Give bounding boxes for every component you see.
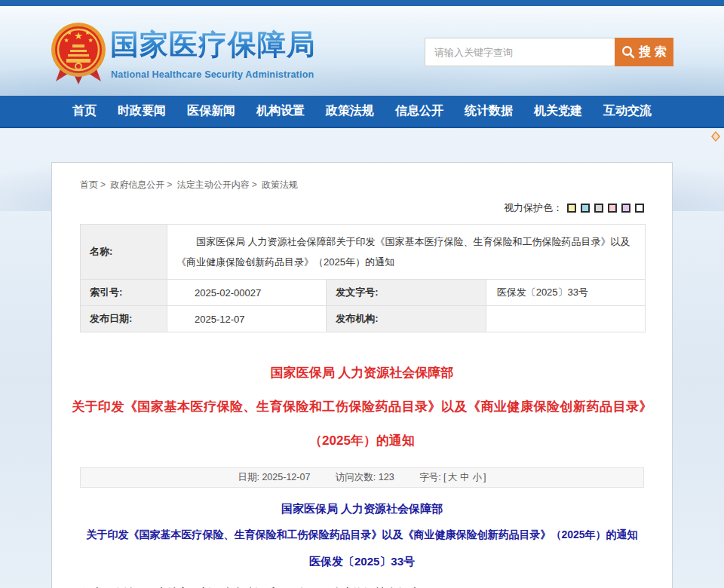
doc-index-label: 索引号: — [81, 280, 167, 306]
document-info-table: 名称: 国家医保局 人力资源社会保障部关于印发《国家基本医疗保险、生育保险和工伤… — [80, 224, 646, 332]
eye-color-swatch-white[interactable] — [635, 204, 644, 213]
search-button[interactable]: 搜 索 — [615, 38, 673, 66]
doc-number-value: 医保发〔2025〕33号 — [486, 280, 645, 306]
eye-color-swatch-pink[interactable] — [608, 204, 617, 213]
eye-protection-label: 视力保护色： — [504, 202, 563, 213]
national-emblem-logo[interactable]: ★ ★ ★ ★ ★ — [48, 21, 109, 86]
article-subtitle: 国家医保局 人力资源社会保障部 关于印发《国家基本医疗保险、生育保险和工伤保险药… — [52, 495, 672, 574]
nav-item-organization[interactable]: 机构设置 — [256, 103, 305, 119]
nav-item-interaction[interactable]: 互动交流 — [603, 103, 652, 119]
search-button-label: 搜 索 — [639, 44, 666, 60]
svg-text:★: ★ — [66, 29, 72, 36]
breadcrumb-separator: > — [167, 179, 172, 190]
search-icon — [621, 45, 635, 59]
font-size-large-button[interactable]: 大 — [448, 472, 458, 482]
breadcrumb-separator: > — [100, 179, 106, 190]
svg-text:★: ★ — [84, 29, 90, 36]
meta-date: 日期: 2025-12-07 — [238, 472, 310, 482]
kite-icon — [710, 131, 721, 142]
eye-color-swatch-gray[interactable] — [594, 204, 603, 213]
breadcrumb-policies[interactable]: 政策法规 — [262, 179, 298, 190]
article-subtitle-line2: 关于印发《国家基本医疗保险、生育保险和工伤保险药品目录》以及《商业健康保险创新药… — [52, 522, 672, 548]
doc-number-label: 发文字号: — [327, 280, 486, 306]
doc-index-value: 2025-02-00027 — [167, 280, 327, 306]
article-title-line3: （2025年）的通知 — [52, 424, 672, 458]
page: ★ ★ ★ ★ ★ 国家医疗保障局 National Healthcare Se… — [0, 0, 724, 588]
article-title: 国家医保局 人力资源社会保障部 关于印发《国家基本医疗保险、生育保险和工伤保险药… — [52, 356, 672, 458]
breadcrumb-separator: > — [252, 179, 257, 190]
search-bar: 搜 索 — [425, 38, 673, 66]
doc-puborg-value — [486, 306, 645, 332]
svg-text:★: ★ — [63, 37, 69, 44]
top-accent-bar — [0, 0, 724, 6]
eye-protection-row: 视力保护色： — [80, 201, 644, 214]
site-subtitle: National Healthcare Security Administrat… — [111, 69, 314, 80]
article-doc-number: 医保发〔2025〕33号 — [52, 548, 672, 574]
breadcrumb: 首页> 政府信息公开> 法定主动公开内容> 政策法规 — [80, 179, 644, 191]
article-subtitle-line1: 国家医保局 人力资源社会保障部 — [52, 495, 672, 522]
national-emblem-icon: ★ ★ ★ ★ ★ — [48, 21, 109, 86]
font-size-small-button[interactable]: 小 — [473, 472, 483, 482]
doc-name-value: 国家医保局 人力资源社会保障部关于印发《国家基本医疗保险、生育保险和工伤保险药品… — [167, 225, 646, 280]
nav-item-info-disclosure[interactable]: 信息公开 — [395, 103, 443, 119]
doc-name-label: 名称: — [81, 225, 167, 280]
doc-pubdate-value: 2025-12-07 — [167, 306, 327, 332]
content-panel: 首页> 政府信息公开> 法定主动公开内容> 政策法规 视力保护色： 名称: 国家… — [51, 162, 673, 588]
breadcrumb-gov-info[interactable]: 政府信息公开 — [110, 179, 164, 190]
eye-color-swatch-purple[interactable] — [621, 204, 630, 213]
svg-text:★: ★ — [74, 30, 83, 41]
meta-font-size: 字号: [大中小] — [419, 472, 486, 482]
table-row-index: 索引号: 2025-02-00027 发文字号: 医保发〔2025〕33号 — [81, 280, 646, 306]
table-row-name: 名称: 国家医保局 人力资源社会保障部关于印发《国家基本医疗保险、生育保险和工伤… — [81, 225, 646, 280]
doc-puborg-label: 发布机构: — [327, 306, 486, 332]
eye-color-swatch-blue[interactable] — [581, 204, 590, 213]
nav-item-home[interactable]: 首页 — [72, 103, 97, 119]
doc-pubdate-label: 发布日期: — [81, 306, 167, 332]
site-title: 国家医疗保障局 — [110, 26, 316, 64]
nav-item-statistics[interactable]: 统计数据 — [465, 103, 513, 119]
nav-item-politics-news[interactable]: 时政要闻 — [118, 103, 166, 119]
search-input[interactable] — [425, 38, 615, 66]
breadcrumb-statutory-disclosure[interactable]: 法定主动公开内容 — [177, 179, 250, 190]
article-title-line1: 国家医保局 人力资源社会保障部 — [52, 356, 672, 390]
nav-item-party-building[interactable]: 机关党建 — [534, 103, 582, 119]
site-header: ★ ★ ★ ★ ★ 国家医疗保障局 National Healthcare Se… — [0, 6, 724, 96]
nav-item-policies[interactable]: 政策法规 — [326, 103, 374, 119]
meta-visits: 访问次数: 123 — [336, 472, 394, 482]
article-salutation: 各省、自治区、直辖市及新疆生产建设兵团医保局、人力资源社会保障厅（局）： — [80, 581, 644, 588]
font-size-medium-button[interactable]: 中 — [460, 472, 470, 482]
article-title-line2: 关于印发《国家基本医疗保险、生育保险和工伤保险药品目录》以及《商业健康保险创新药… — [52, 390, 672, 424]
svg-text:★: ★ — [87, 37, 93, 44]
breadcrumb-home[interactable]: 首页 — [80, 179, 98, 190]
article-meta-bar: 日期: 2025-12-07 访问次数: 123 字号: [大中小] — [80, 467, 644, 488]
nav-item-medicare-news[interactable]: 医保新闻 — [187, 103, 235, 119]
table-row-date: 发布日期: 2025-12-07 发布机构: — [81, 306, 646, 332]
main-nav: 首页 时政要闻 医保新闻 机构设置 政策法规 信息公开 统计数据 机关党建 互动… — [0, 96, 724, 128]
eye-color-swatch-yellow[interactable] — [567, 204, 576, 213]
